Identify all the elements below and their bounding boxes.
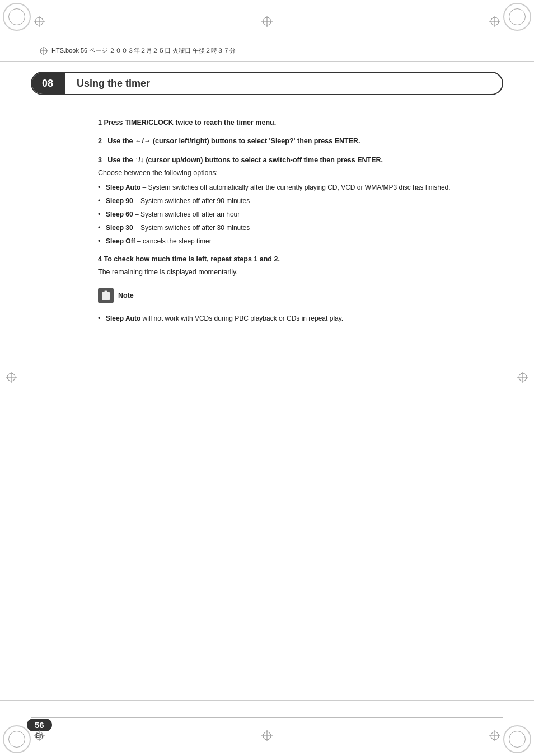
sleep-60-desc: – System switches off after an hour: [135, 210, 240, 218]
reg-mark-bl: [34, 730, 45, 744]
book-info-bar: HTS.book 56 ページ ２００３年２月２５日 火曜日 午後２時３７分: [0, 40, 534, 61]
reg-mark-br-inner: [489, 730, 500, 744]
sleep-90-term: Sleep 90: [106, 197, 133, 205]
sleep-60-term: Sleep 60: [106, 210, 133, 218]
step-3-heading: 3 Use the ↑/↓ (cursor up/down) buttons t…: [98, 155, 503, 166]
sleep-90-desc: – System switches off after 90 minutes: [135, 197, 250, 205]
content-area: 1 Press TIMER/CLOCK twice to reach the t…: [0, 112, 534, 341]
option-sleep-60: Sleep 60 – System switches off after an …: [98, 209, 503, 219]
note-sleep-auto-desc: will not work with VCDs during PBC playb…: [143, 314, 344, 322]
step-4-heading: 4 To check how much time is left, repeat…: [98, 254, 503, 265]
note-sleep-auto-term: Sleep Auto: [106, 314, 140, 322]
chapter-header: 08 Using the timer: [31, 72, 503, 95]
options-list: Sleep Auto – System switches off automat…: [98, 182, 503, 246]
sleep-off-desc: – cancels the sleep timer: [137, 237, 212, 245]
bottom-bar: 56 En: [0, 700, 534, 756]
step-2: 2 Use the ←/→ (cursor left/right) button…: [98, 136, 503, 147]
reg-mark-tl: [34, 16, 45, 29]
step-4-subtext: The remaining time is displayed momentar…: [98, 267, 503, 278]
option-sleep-off: Sleep Off – cancels the sleep timer: [98, 236, 503, 246]
note-label: Note: [118, 290, 134, 301]
book-info-text: HTS.book 56 ページ ２００３年２月２５日 火曜日 午後２時３７分: [51, 46, 236, 55]
page-number: 56: [27, 719, 52, 731]
step-1: 1 Press TIMER/CLOCK twice to reach the t…: [98, 118, 503, 128]
reg-mark-tr: [489, 16, 500, 29]
note-list: Sleep Auto will not work with VCDs durin…: [98, 313, 503, 327]
page: HTS.book 56 ページ ２００３年２月２５日 火曜日 午後２時３７分 0…: [0, 0, 534, 756]
sleep-auto-desc: – System switches off automatically afte…: [143, 184, 451, 191]
reg-mark-bc: [261, 730, 273, 744]
reg-mark-ml: [6, 372, 17, 385]
step-3: 3 Use the ↑/↓ (cursor up/down) buttons t…: [98, 155, 503, 246]
step-2-heading: 2 Use the ←/→ (cursor left/right) button…: [98, 136, 503, 147]
reg-mark-mr: [517, 372, 528, 385]
top-bar: HTS.book 56 ページ ２００３年２月２５日 火曜日 午後２時３７分: [0, 0, 534, 62]
note-header: Note: [98, 288, 503, 303]
note-item-1: Sleep Auto will not work with VCDs durin…: [98, 313, 503, 323]
reg-mark-tc: [261, 16, 273, 29]
sleep-30-term: Sleep 30: [106, 224, 133, 232]
option-sleep-auto: Sleep Auto – System switches off automat…: [98, 182, 503, 192]
step-3-subtext: Choose between the following options:: [98, 168, 503, 179]
step-1-heading: 1 Press TIMER/CLOCK twice to reach the t…: [98, 118, 503, 128]
chapter-number: 08: [32, 73, 65, 94]
sleep-off-term: Sleep Off: [106, 237, 135, 245]
chapter-title: Using the timer: [65, 78, 161, 90]
sleep-auto-term: Sleep Auto: [106, 184, 140, 191]
sleep-30-desc: – System switches off after 30 minutes: [135, 224, 250, 232]
option-sleep-30: Sleep 30 – System switches off after 30 …: [98, 223, 503, 233]
note-box: Note Sleep Auto will not work with VCDs …: [98, 288, 503, 330]
option-sleep-90: Sleep 90 – System switches off after 90 …: [98, 196, 503, 206]
step-4: 4 To check how much time is left, repeat…: [98, 254, 503, 278]
note-icon: [98, 288, 114, 303]
